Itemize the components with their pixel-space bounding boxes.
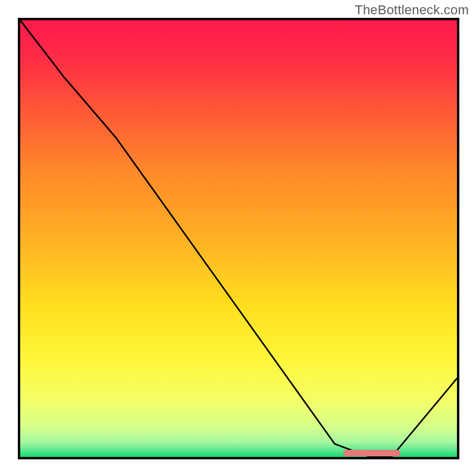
optimal-range-marker (343, 450, 400, 456)
watermark-label: TheBottleneck.com (355, 2, 469, 18)
chart-frame (18, 18, 459, 459)
bottleneck-curve (20, 20, 457, 457)
